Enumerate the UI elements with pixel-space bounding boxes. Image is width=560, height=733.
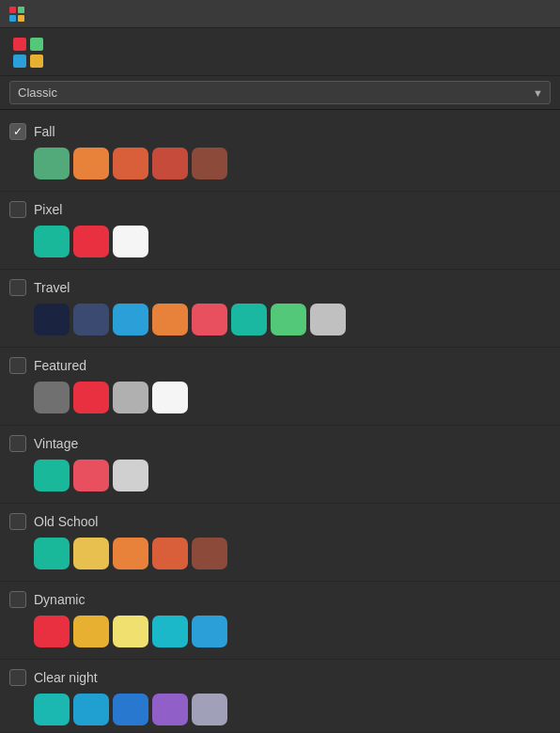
dropdown-bar: ClassicModernPastelDark ▼ xyxy=(0,76,560,110)
color-swatch-pixel-1[interactable] xyxy=(73,226,109,257)
palette-checkbox-fall[interactable] xyxy=(9,123,26,140)
palette-name-dynamic: Dynamic xyxy=(34,592,85,607)
palette-name-fall: Fall xyxy=(34,124,55,139)
palette-colors-vintage xyxy=(9,460,547,491)
color-swatch-old-school-0[interactable] xyxy=(34,538,70,569)
color-swatch-dynamic-2[interactable] xyxy=(113,616,148,647)
color-swatch-old-school-1[interactable] xyxy=(73,538,109,569)
header-logo-icon xyxy=(13,38,43,68)
palette-checkbox-featured[interactable] xyxy=(9,357,26,374)
svg-rect-5 xyxy=(30,38,43,51)
palette-checkbox-pixel[interactable] xyxy=(9,201,26,218)
palette-colors-fall xyxy=(9,148,547,179)
svg-rect-0 xyxy=(9,7,16,13)
palette-item-featured: Featured xyxy=(0,348,560,426)
svg-rect-1 xyxy=(18,7,24,13)
app-header xyxy=(0,28,560,76)
color-swatch-vintage-1[interactable] xyxy=(73,460,109,491)
palette-checkbox-clear-night[interactable] xyxy=(9,669,26,686)
palette-item-pixel: Pixel xyxy=(0,192,560,270)
palette-colors-travel xyxy=(9,304,547,335)
color-swatch-clear-night-2[interactable] xyxy=(113,694,148,725)
palette-name-clear-night: Clear night xyxy=(34,670,98,685)
palette-header-vintage: Vintage xyxy=(9,435,547,452)
palette-header-fall: Fall xyxy=(9,123,547,140)
palette-header-dynamic: Dynamic xyxy=(9,591,547,608)
palette-checkbox-travel[interactable] xyxy=(9,279,26,296)
palette-item-travel: Travel xyxy=(0,270,560,348)
palette-header-featured: Featured xyxy=(9,357,547,374)
color-swatch-fall-4[interactable] xyxy=(192,148,227,179)
palette-header-travel: Travel xyxy=(9,279,547,296)
color-swatch-dynamic-4[interactable] xyxy=(192,616,227,647)
palette-name-pixel: Pixel xyxy=(34,202,62,217)
color-swatch-fall-1[interactable] xyxy=(73,148,109,179)
color-swatch-travel-6[interactable] xyxy=(271,304,306,335)
color-swatch-old-school-2[interactable] xyxy=(113,538,148,569)
palette-colors-featured xyxy=(9,382,547,413)
app-icon xyxy=(9,7,24,22)
color-swatch-featured-0[interactable] xyxy=(34,382,70,413)
color-swatch-featured-2[interactable] xyxy=(113,382,148,413)
palette-colors-dynamic xyxy=(9,616,547,647)
palette-header-clear-night: Clear night xyxy=(9,669,547,686)
color-swatch-dynamic-0[interactable] xyxy=(34,616,70,647)
color-swatch-vintage-2[interactable] xyxy=(113,460,148,491)
palette-colors-pixel xyxy=(9,226,547,257)
color-swatch-clear-night-1[interactable] xyxy=(73,694,109,725)
color-swatch-clear-night-3[interactable] xyxy=(152,694,188,725)
color-swatch-pixel-2[interactable] xyxy=(113,226,148,257)
color-swatch-featured-1[interactable] xyxy=(73,382,109,413)
svg-rect-4 xyxy=(13,38,26,51)
svg-rect-6 xyxy=(13,55,26,68)
palette-name-old-school: Old School xyxy=(34,514,98,529)
title-bar xyxy=(0,0,560,28)
color-swatch-dynamic-3[interactable] xyxy=(152,616,188,647)
color-swatch-old-school-4[interactable] xyxy=(192,538,227,569)
color-swatch-fall-2[interactable] xyxy=(113,148,148,179)
color-swatch-travel-7[interactable] xyxy=(310,304,346,335)
color-swatch-travel-1[interactable] xyxy=(73,304,109,335)
color-swatch-fall-3[interactable] xyxy=(152,148,188,179)
palette-name-featured: Featured xyxy=(34,358,86,373)
color-swatch-dynamic-1[interactable] xyxy=(73,616,109,647)
color-swatch-clear-night-0[interactable] xyxy=(34,694,70,725)
palette-item-clear-night: Clear night xyxy=(0,660,560,732)
color-swatch-travel-5[interactable] xyxy=(231,304,267,335)
color-swatch-clear-night-4[interactable] xyxy=(192,694,227,725)
color-swatch-featured-3[interactable] xyxy=(152,382,188,413)
color-swatch-travel-0[interactable] xyxy=(34,304,70,335)
color-swatch-travel-2[interactable] xyxy=(113,304,148,335)
palette-header-pixel: Pixel xyxy=(9,201,547,218)
palette-item-fall: Fall xyxy=(0,114,560,192)
color-swatch-vintage-0[interactable] xyxy=(34,460,70,491)
palette-colors-old-school xyxy=(9,538,547,569)
svg-rect-3 xyxy=(18,15,24,22)
palette-colors-clear-night xyxy=(9,694,547,725)
color-swatch-fall-0[interactable] xyxy=(34,148,70,179)
theme-dropdown-wrapper: ClassicModernPastelDark ▼ xyxy=(9,81,551,104)
color-swatch-travel-3[interactable] xyxy=(152,304,188,335)
color-swatch-old-school-3[interactable] xyxy=(152,538,188,569)
palette-item-old-school: Old School xyxy=(0,504,560,582)
palette-name-travel: Travel xyxy=(34,280,70,295)
palette-checkbox-dynamic[interactable] xyxy=(9,591,26,608)
palette-header-old-school: Old School xyxy=(9,513,547,530)
palette-checkbox-old-school[interactable] xyxy=(9,513,26,530)
color-swatch-travel-4[interactable] xyxy=(192,304,227,335)
color-swatch-pixel-0[interactable] xyxy=(34,226,70,257)
palette-checkbox-vintage[interactable] xyxy=(9,435,26,452)
theme-dropdown[interactable]: ClassicModernPastelDark xyxy=(9,81,551,104)
palette-item-vintage: Vintage xyxy=(0,426,560,504)
svg-rect-7 xyxy=(30,55,43,68)
palette-item-dynamic: Dynamic xyxy=(0,582,560,660)
svg-rect-2 xyxy=(9,15,16,22)
palette-list: FallPixelTravelFeaturedVintageOld School… xyxy=(0,110,560,732)
palette-name-vintage: Vintage xyxy=(34,436,78,451)
